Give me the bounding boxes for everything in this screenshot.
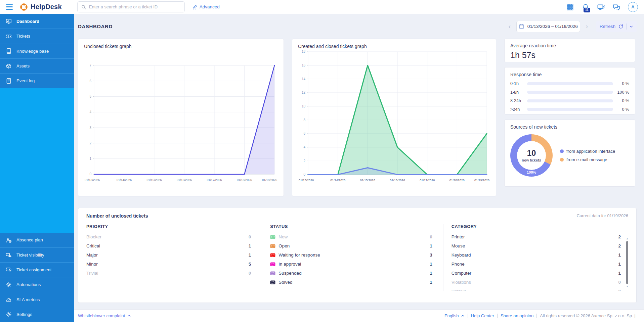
row-value: 1 <box>618 252 621 258</box>
footer-divider <box>536 314 537 318</box>
unclosed-graph-title: Unclosed tickets graph <box>84 44 278 49</box>
advanced-search-link[interactable]: Advanced <box>192 4 220 10</box>
row-label-text: In approval <box>278 262 301 267</box>
sidebar-item-automations[interactable]: Automations <box>0 277 74 292</box>
user-avatar[interactable]: A <box>628 2 638 12</box>
svg-text:01/15/2026: 01/15/2026 <box>146 178 162 182</box>
row-label: Mouse <box>452 243 618 248</box>
svg-text:4: 4 <box>303 145 305 149</box>
language-chevron-up-icon <box>461 314 465 318</box>
main-content: DASHBOARD ‹ 01/13/2026 – 01/19/2026 › Re… <box>74 14 644 309</box>
legend-dot-icon <box>560 149 564 153</box>
next-period-button[interactable]: › <box>584 22 590 30</box>
response-bucket-label: 8-24h <box>510 98 527 103</box>
lifebuoy-logo-icon <box>20 3 28 11</box>
row-label: Keyboard <box>452 252 618 258</box>
row-label-text: Solved <box>278 280 292 285</box>
svg-text:2: 2 <box>303 159 305 163</box>
row-label-text: Suspended <box>278 271 301 276</box>
row-label: Phone <box>452 262 618 267</box>
status-rows: New0Open1Waiting for response3In approva… <box>270 232 432 287</box>
search-icon <box>81 4 86 10</box>
sidebar: DashboardTicketsKnowledge baseAssetsEven… <box>0 14 74 322</box>
row-label: Waiting for response <box>270 252 430 258</box>
help-center-link[interactable]: Help Center <box>471 313 494 318</box>
legend-label: from e-mail message <box>566 157 607 162</box>
ticket-status-icon <box>270 244 275 248</box>
average-reaction-time-card: Average reaction time 1h 57s <box>504 39 635 62</box>
date-range-picker[interactable]: 01/13/2026 – 01/19/2026 <box>516 21 580 32</box>
current-data-note: Current data for 01/19/2026 <box>576 214 628 218</box>
number-of-unclosed-tickets-card: Number of unclosed tickets Current data … <box>78 208 637 303</box>
average-reaction-title: Average reaction time <box>510 43 629 48</box>
advanced-search-icon <box>192 4 198 10</box>
date-controls: ‹ 01/13/2026 – 01/19/2026 › Refresh <box>506 21 637 32</box>
row-value: 1 <box>249 252 251 258</box>
table-row: Open1 <box>270 241 432 250</box>
scroll-down-icon[interactable]: ▼ <box>626 285 629 288</box>
response-time-card: Response time 0-1h0 %1-8h100 %8-24h0 %>2… <box>504 67 635 114</box>
category-scrollbar[interactable]: ▲ ▼ <box>626 237 629 288</box>
refresh-options-chevron-icon[interactable] <box>629 25 633 29</box>
sidebar-item-label: SLA metrics <box>16 297 40 302</box>
sidebar-item-knowledge-base[interactable]: Knowledge base <box>0 44 74 59</box>
scroll-up-icon[interactable]: ▲ <box>626 237 629 240</box>
ticket-status-icon <box>270 280 275 284</box>
svg-text:01/14/2026: 01/14/2026 <box>117 178 132 182</box>
sidebar-item-label: Tickets <box>16 34 30 39</box>
table-row: New0 <box>270 232 432 241</box>
notifications-button[interactable]: 11 <box>582 3 590 11</box>
sidebar-main-group: DashboardTicketsKnowledge baseAssetsEven… <box>0 14 74 88</box>
response-bucket-label: 0-1h <box>510 81 527 86</box>
sidebar-item-ticket-visibility[interactable]: Ticket visibility <box>0 248 74 263</box>
sidebar-item-tickets[interactable]: Tickets <box>0 29 74 44</box>
svg-text:14: 14 <box>302 77 306 81</box>
response-time-row: 8-24h0 % <box>510 98 629 103</box>
whistleblower-label: Whistleblower complaint <box>78 313 125 318</box>
event-log-icon <box>5 78 12 84</box>
row-label: Critical <box>86 243 249 248</box>
scrollbar-thumb[interactable] <box>626 241 628 284</box>
sidebar-item-sla-metrics[interactable]: SLA metrics <box>0 292 74 307</box>
response-percentage: 0 % <box>613 81 629 86</box>
remote-access-button[interactable] <box>597 3 605 11</box>
svg-text:01/19/2026: 01/19/2026 <box>262 178 277 182</box>
created-closed-graph-card: Created and closed tickets graph 0246810… <box>292 39 496 196</box>
sidebar-item-dashboard[interactable]: Dashboard <box>0 14 74 29</box>
row-label: Solved <box>270 280 430 285</box>
ticket-status-icon <box>270 271 275 275</box>
hamburger-menu-icon[interactable] <box>5 4 14 10</box>
language-selector[interactable]: English <box>444 313 465 318</box>
assets-icon <box>5 63 12 70</box>
app-logo[interactable]: HelpDesk <box>20 3 62 11</box>
category-column: CATEGORY Printer2Mouse2Keyboard1Phone1Co… <box>443 224 636 291</box>
ticket-status-icon <box>270 262 275 266</box>
whistleblower-complaint-link[interactable]: Whistleblower complaint <box>78 313 131 318</box>
table-row: Mouse2 <box>452 241 621 250</box>
share-opinion-link[interactable]: Share an opinion <box>501 313 533 318</box>
table-row: Computer1 <box>452 269 621 278</box>
table-row: Violations0 <box>452 278 621 287</box>
row-value: 0 <box>249 271 251 276</box>
row-value: 3 <box>430 252 432 258</box>
topbar-icons: 11 A <box>566 2 638 12</box>
refresh-button[interactable]: Refresh <box>600 24 615 29</box>
chat-button[interactable] <box>612 3 620 11</box>
response-bar-track <box>527 91 613 94</box>
sidebar-item-event-log[interactable]: Event log <box>0 74 74 88</box>
row-label-text: New <box>278 234 288 239</box>
previous-period-button[interactable]: ‹ <box>506 22 513 30</box>
sources-donut-chart: 10 new tickets 100% <box>510 134 553 177</box>
sidebar-item-absence-plan[interactable]: Absence plan <box>0 233 74 247</box>
response-bar-track <box>527 108 613 111</box>
sidebar-item-ticket-assignment[interactable]: Ticket assignment <box>0 263 74 277</box>
search-input[interactable] <box>89 4 181 9</box>
sidebar-item-settings[interactable]: Settings <box>0 307 74 322</box>
sidebar-item-assets[interactable]: Assets <box>0 59 74 74</box>
legend-dot-icon <box>560 158 564 162</box>
search-box[interactable] <box>77 1 185 12</box>
app-name: HelpDesk <box>31 3 62 11</box>
svg-text:4: 4 <box>89 110 91 114</box>
apps-grid-button[interactable] <box>566 3 574 11</box>
refresh-icon[interactable] <box>618 24 624 29</box>
